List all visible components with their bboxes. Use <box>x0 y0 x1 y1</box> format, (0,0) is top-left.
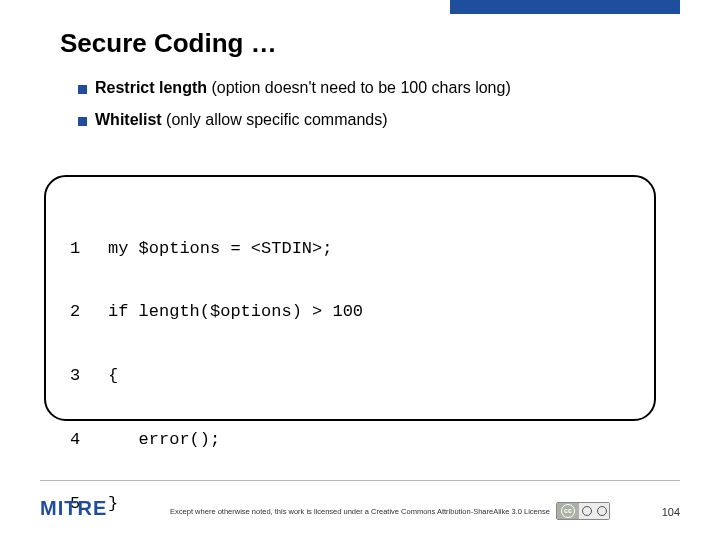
square-bullet-icon <box>78 85 87 94</box>
code-block: 1my $options = <STDIN>; 2if length($opti… <box>44 175 656 421</box>
cc-badge-left: cc <box>557 503 579 519</box>
cc-by-icon <box>582 506 592 516</box>
page-number: 104 <box>662 506 680 518</box>
code-line: 2if length($options) > 100 <box>70 301 634 322</box>
footer-divider <box>40 480 680 481</box>
code-line: 4 error(); <box>70 429 634 450</box>
square-bullet-icon <box>78 117 87 126</box>
code-line: 1my $options = <STDIN>; <box>70 238 634 259</box>
bullet-list: Restrict length (option doesn't need to … <box>78 72 511 136</box>
license-text: Except where otherwise noted, this work … <box>0 507 720 516</box>
cc-badge-right <box>579 503 609 519</box>
bullet-item: Restrict length (option doesn't need to … <box>78 72 511 104</box>
cc-license-badge-icon: cc <box>556 502 610 520</box>
code-line: 3{ <box>70 365 634 386</box>
bullet-text: Whitelist (only allow specific commands) <box>95 104 388 136</box>
cc-sa-icon <box>597 506 607 516</box>
header-accent-bar <box>450 0 680 14</box>
cc-circle-icon: cc <box>561 504 575 518</box>
bullet-item: Whitelist (only allow specific commands) <box>78 104 511 136</box>
code-content: 1my $options = <STDIN>; 2if length($opti… <box>70 195 634 540</box>
bullet-text: Restrict length (option doesn't need to … <box>95 72 511 104</box>
slide-title: Secure Coding … <box>60 28 277 59</box>
